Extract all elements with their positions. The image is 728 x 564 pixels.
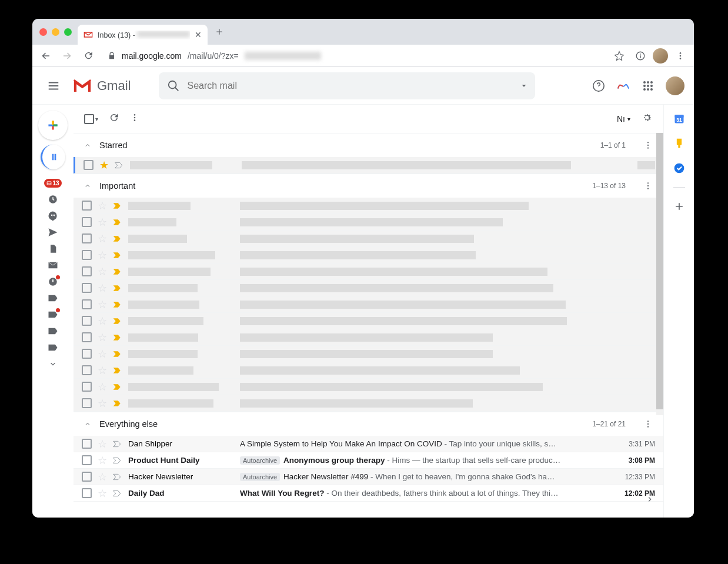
star-icon[interactable]: ☆ [98,232,107,245]
allmail-nav[interactable] [44,258,62,273]
important-marker-icon[interactable] [113,285,122,292]
email-row[interactable]: ☆Dan ShipperA Simple System to Help You … [74,436,663,452]
support-button[interactable] [592,79,606,93]
more-actions-button[interactable] [130,113,139,125]
label-2-nav[interactable] [44,307,62,322]
tasks-icon[interactable] [673,162,685,174]
search-bar[interactable] [159,72,535,99]
omnibox[interactable]: mail.google.com/mail/u/0/?zx= [101,47,607,65]
star-icon[interactable]: ☆ [98,454,107,467]
side-panel-toggle[interactable] [641,490,659,508]
main-menu-button[interactable] [42,74,65,98]
reload-button[interactable] [79,47,97,65]
email-row[interactable]: ☆Product Hunt DailyAutoarchiveAnonymous … [74,452,663,469]
important-marker-icon[interactable] [113,351,122,358]
star-icon[interactable]: ☆ [98,348,107,361]
row-checkbox[interactable] [82,250,92,260]
email-row[interactable]: ☆ [74,329,663,346]
email-row[interactable]: ☆ [74,362,663,379]
label-4-nav[interactable] [44,340,62,355]
important-marker-icon[interactable] [113,235,122,242]
profile-avatar[interactable] [653,48,668,64]
extension-icon[interactable] [616,79,630,93]
more-vert-icon[interactable] [643,141,653,150]
section-header-else[interactable]: Everything else 1–21 of 21 [74,412,663,436]
row-checkbox[interactable] [82,233,92,243]
email-row[interactable]: ☆ [74,379,663,395]
search-options-icon[interactable] [521,83,527,89]
account-avatar[interactable] [666,76,684,95]
email-row[interactable]: ☆ [74,214,663,231]
star-icon[interactable]: ☆ [98,331,107,344]
compose-button[interactable] [38,111,68,140]
email-row[interactable]: ☆ [74,296,663,313]
select-all[interactable]: ▾ [84,114,98,124]
important-marker-icon[interactable] [113,334,122,341]
row-checkbox[interactable] [82,439,92,449]
sent-nav[interactable] [44,225,62,240]
more-vert-icon[interactable] [643,419,653,429]
email-row[interactable]: ☆ [74,346,663,362]
email-row[interactable]: ☆ [74,198,663,214]
important-marker-icon[interactable] [113,301,122,308]
star-icon[interactable]: ☆ [98,470,107,483]
row-checkbox[interactable] [82,266,92,276]
important-marker-icon[interactable] [115,162,124,169]
email-row[interactable]: ☆ [74,395,663,412]
forward-button[interactable] [58,47,76,65]
calendar-icon[interactable]: 31 [673,113,685,125]
back-button[interactable] [37,47,55,65]
page-info-button[interactable] [632,47,649,65]
star-icon[interactable]: ☆ [98,216,107,229]
email-row[interactable]: ☆ [74,231,663,247]
important-marker-icon[interactable] [113,318,122,325]
row-checkbox[interactable] [82,382,92,392]
pause-inbox-button[interactable] [41,145,65,169]
inbox-nav[interactable]: 13 [44,175,62,191]
new-tab-button[interactable] [211,24,228,40]
star-page-button[interactable] [610,47,628,65]
important-marker-icon[interactable] [113,473,122,480]
important-marker-icon[interactable] [113,367,122,374]
browser-tab[interactable]: Inbox (13) - ✕ [78,25,208,45]
row-checkbox[interactable] [82,283,92,293]
row-checkbox[interactable] [82,349,92,359]
row-checkbox[interactable] [84,160,93,170]
email-row[interactable]: ☆ [74,263,663,280]
search-input[interactable] [187,81,521,91]
row-checkbox[interactable] [82,455,92,465]
close-tab-icon[interactable]: ✕ [195,30,202,39]
minimize-window-icon[interactable] [52,28,59,36]
row-checkbox[interactable] [82,299,92,309]
star-icon[interactable]: ☆ [98,397,107,410]
scrollbar[interactable] [656,133,663,415]
important-marker-icon[interactable] [113,440,122,448]
row-checkbox[interactable] [82,332,92,342]
row-checkbox[interactable] [82,217,92,227]
important-marker-icon[interactable] [113,202,122,209]
important-marker-icon[interactable] [113,490,122,497]
important-marker-icon[interactable] [113,219,122,226]
label-1-nav[interactable] [44,291,62,306]
row-checkbox[interactable] [82,316,92,326]
star-icon[interactable]: ☆ [98,364,107,377]
more-nav[interactable] [44,356,62,372]
star-icon[interactable]: ☆ [98,249,107,262]
row-checkbox[interactable] [82,488,92,498]
star-icon[interactable]: ☆ [98,381,107,393]
email-row[interactable]: ☆Hacker NewsletterAutoarchiveHacker News… [74,469,663,485]
star-icon[interactable]: ☆ [98,298,107,311]
star-icon[interactable]: ☆ [98,487,107,500]
star-icon[interactable]: ☆ [98,199,107,212]
email-row[interactable]: ☆Daily DadWhat Will You Regret? - On the… [74,485,663,502]
label-3-nav[interactable] [44,323,62,339]
row-checkbox[interactable] [82,398,92,408]
settings-button[interactable] [641,112,653,126]
section-header-important[interactable]: Important 1–13 of 13 [74,174,663,198]
important-marker-icon[interactable] [113,268,122,275]
star-icon[interactable]: ☆ [98,282,107,295]
email-row[interactable]: ☆ [74,280,663,296]
refresh-button[interactable] [109,112,119,125]
row-checkbox[interactable] [82,472,92,482]
row-checkbox[interactable] [82,365,92,375]
